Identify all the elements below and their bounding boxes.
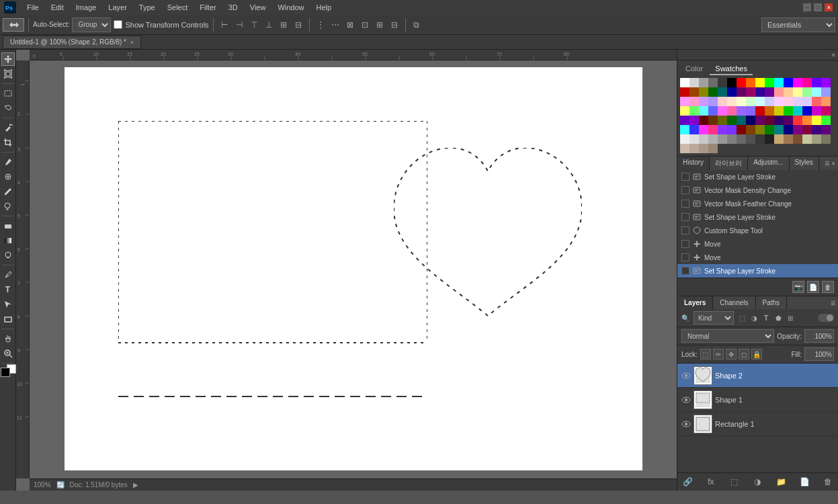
- hand-tool[interactable]: [1, 332, 15, 345]
- color-swatch[interactable]: [737, 106, 746, 116]
- tab-adjustments[interactable]: Adjustm...: [748, 157, 789, 170]
- color-swatch[interactable]: [727, 97, 737, 106]
- history-checkbox[interactable]: [681, 186, 689, 194]
- lock-all-icon[interactable]: 🔒: [751, 349, 762, 360]
- color-swatch[interactable]: [689, 116, 699, 125]
- color-swatch[interactable]: [765, 116, 774, 125]
- show-transform-checkbox[interactable]: [114, 20, 122, 29]
- align-center-v-icon[interactable]: ⊞: [277, 18, 290, 32]
- eraser-tool[interactable]: [1, 219, 15, 233]
- color-swatch[interactable]: [727, 134, 737, 144]
- menu-edit[interactable]: Edit: [46, 2, 69, 13]
- color-swatch[interactable]: [689, 78, 699, 87]
- menu-filter[interactable]: Filter: [194, 2, 221, 13]
- history-item[interactable]: Set Shape Layer Stroke: [677, 170, 838, 183]
- color-swatch[interactable]: [746, 97, 755, 106]
- canvas[interactable]: [65, 67, 642, 470]
- menu-select[interactable]: Select: [162, 2, 194, 13]
- layer-style-button[interactable]: fx: [705, 476, 717, 488]
- essentials-dropdown[interactable]: Essentials Photography Painting: [761, 17, 835, 32]
- color-swatch[interactable]: [774, 116, 784, 125]
- color-swatch[interactable]: [802, 106, 812, 116]
- menu-layer[interactable]: Layer: [103, 2, 132, 13]
- color-swatch[interactable]: [812, 125, 821, 134]
- tab-color[interactable]: Color: [680, 63, 708, 75]
- menu-window[interactable]: Window: [272, 2, 309, 13]
- color-swatch[interactable]: [727, 116, 737, 125]
- color-swatch[interactable]: [784, 134, 793, 144]
- tab-history[interactable]: History: [677, 157, 710, 170]
- color-swatch[interactable]: [784, 125, 793, 134]
- filter-toggle[interactable]: [818, 314, 834, 322]
- foreground-color-swatch[interactable]: [1, 368, 10, 377]
- color-swatch[interactable]: [699, 116, 708, 125]
- new-document-button[interactable]: 📄: [807, 281, 819, 293]
- distribute-v-icon[interactable]: ⋯: [329, 18, 342, 32]
- rectangle-select-tool[interactable]: [1, 87, 15, 100]
- color-swatch[interactable]: [680, 144, 689, 153]
- auto-select-dropdown[interactable]: Group Layer: [72, 17, 111, 32]
- history-item[interactable]: Vector Mask Density Change: [677, 183, 838, 197]
- history-item[interactable]: Custom Shape Tool: [677, 224, 838, 237]
- filter-shape-icon[interactable]: ⬟: [773, 312, 784, 323]
- color-swatch[interactable]: [680, 134, 689, 144]
- color-swatch[interactable]: [755, 97, 765, 106]
- color-swatch[interactable]: [821, 134, 831, 144]
- delete-state-button[interactable]: 🗑: [822, 281, 834, 293]
- color-swatch[interactable]: [765, 97, 774, 106]
- healing-tool[interactable]: [1, 170, 15, 183]
- kind-filter-select[interactable]: Kind Name Effect Mode Attribute Color Sm…: [694, 311, 734, 325]
- color-swatch[interactable]: [821, 97, 831, 106]
- color-swatch[interactable]: [821, 106, 831, 116]
- gradient-tool[interactable]: [1, 234, 15, 247]
- layers-options-icon[interactable]: ≡: [831, 298, 835, 308]
- color-swatch[interactable]: [708, 125, 718, 134]
- filter-smart-icon[interactable]: ⊞: [785, 312, 796, 323]
- layer-visibility-toggle[interactable]: [681, 371, 691, 380]
- color-swatch[interactable]: [689, 144, 699, 153]
- align-center-h-icon[interactable]: ⊣: [233, 18, 246, 32]
- layer-item[interactable]: Shape 2: [677, 364, 838, 388]
- tab-swatches[interactable]: Swatches: [710, 63, 753, 75]
- color-swatch[interactable]: [708, 106, 718, 116]
- color-swatch[interactable]: [755, 87, 765, 97]
- delete-layer-button[interactable]: 🗑: [822, 476, 834, 488]
- color-swatch[interactable]: [784, 97, 793, 106]
- fill-input[interactable]: [804, 347, 834, 361]
- filter-pixel-icon[interactable]: ⬚: [737, 312, 747, 323]
- color-swatch[interactable]: [765, 106, 774, 116]
- color-swatch[interactable]: [746, 106, 755, 116]
- color-swatch[interactable]: [699, 106, 708, 116]
- color-swatch[interactable]: [699, 125, 708, 134]
- color-swatch[interactable]: [680, 78, 689, 87]
- color-swatch[interactable]: [699, 87, 708, 97]
- color-swatch[interactable]: [680, 116, 689, 125]
- menu-file[interactable]: File: [22, 2, 44, 13]
- history-item[interactable]: Move: [677, 237, 838, 251]
- brush-tool[interactable]: [1, 185, 15, 198]
- align-top-icon[interactable]: ⊥: [262, 18, 276, 32]
- panel-collapse-button[interactable]: «: [831, 51, 835, 58]
- align-bottom-icon[interactable]: ⊟: [292, 18, 305, 32]
- color-swatch[interactable]: [737, 87, 746, 97]
- color-swatch[interactable]: [680, 87, 689, 97]
- distribute-icon-4[interactable]: ⊡: [358, 18, 372, 32]
- color-swatch[interactable]: [689, 125, 699, 134]
- distribute-icon-5[interactable]: ⊞: [373, 18, 386, 32]
- color-swatch[interactable]: [793, 78, 802, 87]
- color-swatch[interactable]: [784, 116, 793, 125]
- color-swatch[interactable]: [680, 97, 689, 106]
- magic-wand-tool[interactable]: [1, 121, 15, 134]
- menu-help[interactable]: Help: [311, 2, 337, 13]
- color-swatch[interactable]: [718, 134, 727, 144]
- menu-image[interactable]: Image: [71, 2, 102, 13]
- move-tool[interactable]: [1, 52, 15, 66]
- history-checkbox[interactable]: [681, 200, 689, 208]
- history-item[interactable]: Set Shape Layer Stroke: [677, 264, 838, 278]
- color-swatch[interactable]: [802, 116, 812, 125]
- restore-button[interactable]: □: [814, 3, 822, 11]
- color-swatch[interactable]: [746, 125, 755, 134]
- history-checkbox[interactable]: [681, 226, 689, 235]
- history-checkbox[interactable]: [681, 267, 689, 275]
- color-swatch[interactable]: [802, 97, 812, 106]
